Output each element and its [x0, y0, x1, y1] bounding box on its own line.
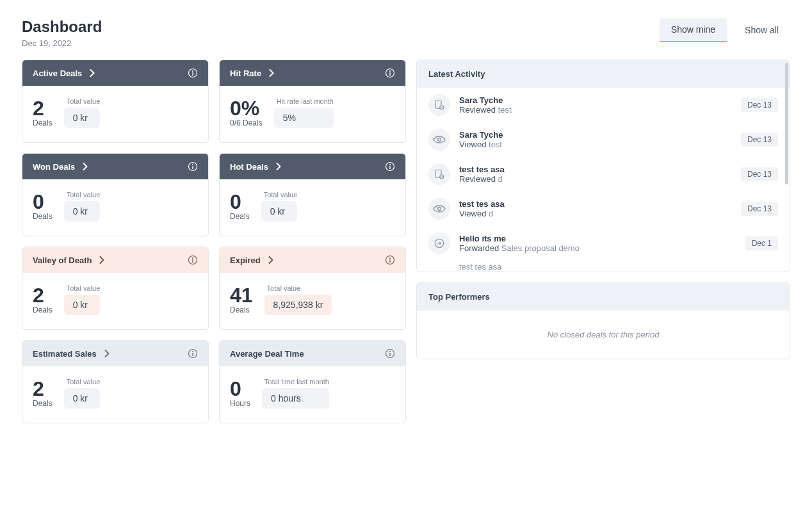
latest-activity-panel: Latest Activity Sara TycheReviewed testD…	[416, 60, 790, 272]
metric-unit: Deals	[33, 212, 53, 221]
card-title: Hot Deals	[230, 162, 268, 172]
activity-item[interactable]: Hello its meForwarded Sales proposal dem…	[417, 226, 790, 261]
info-icon[interactable]	[385, 348, 395, 359]
info-icon[interactable]	[188, 161, 198, 172]
value-label: Total time last month	[262, 378, 329, 386]
value-pill: 0 hours	[262, 388, 329, 409]
chevron-right-icon	[269, 69, 275, 77]
metric-unit: Deals	[230, 305, 250, 314]
value-pill: 0 kr	[64, 201, 101, 222]
card-hot-deals[interactable]: Hot Deals 0 Deals Total value 0 kr	[219, 153, 406, 236]
info-icon[interactable]	[188, 348, 198, 359]
metric-unit: Deals	[33, 399, 53, 408]
viewed-icon	[428, 129, 450, 150]
activity-what: Forwarded Sales proposal demo	[459, 243, 736, 253]
activity-item[interactable]: test tes asaReviewed dDec 13	[417, 157, 790, 191]
value-pill: 8,925,938 kr	[264, 295, 332, 315]
card-title: Average Deal Time	[230, 349, 304, 359]
card-hit-rate[interactable]: Hit Rate 0% 0/6 Deals Hit rate last mont…	[219, 60, 406, 143]
value-label: Total value	[64, 191, 101, 199]
svg-rect-27	[192, 353, 193, 356]
activity-what: Viewed test	[459, 140, 732, 149]
chevron-right-icon	[90, 69, 95, 77]
value-label: Total value	[264, 284, 332, 292]
activity-who: Hello its me	[459, 234, 736, 243]
svg-point-1	[192, 70, 193, 72]
metric-number: 2	[33, 98, 44, 118]
chevron-right-icon	[104, 350, 110, 357]
metric-number: 0	[33, 191, 44, 212]
activity-date: Dec 1	[745, 236, 778, 250]
card-active-deals[interactable]: Active Deals 2 Deals Total value 0 kr	[22, 60, 209, 143]
chevron-right-icon	[83, 163, 88, 170]
card-title: Active Deals	[33, 69, 82, 78]
metric-unit: Deals	[33, 305, 53, 314]
activity-what: Reviewed d	[459, 174, 732, 184]
svg-point-8	[438, 138, 441, 142]
info-icon[interactable]	[385, 68, 395, 78]
activity-what: Reviewed test	[459, 105, 732, 115]
card-title: Expired	[230, 256, 261, 265]
top-performers-panel: Top Performers No closed deals for this …	[416, 282, 790, 359]
viewed-icon	[428, 198, 450, 220]
svg-point-20	[192, 257, 193, 259]
card-expired[interactable]: Expired 41 Deals Total value 8,925,938 k…	[219, 247, 406, 330]
svg-rect-21	[192, 259, 193, 263]
metric-number: 41	[230, 285, 253, 305]
activity-date: Dec 13	[741, 133, 778, 147]
svg-rect-15	[192, 166, 193, 169]
reviewed-icon	[428, 94, 450, 116]
value-pill: 5%	[274, 108, 334, 128]
activity-who: Sara Tyche	[459, 130, 732, 140]
value-label: Total value	[261, 191, 298, 199]
activity-list[interactable]: Sara TycheReviewed testDec 13Sara TycheV…	[417, 88, 790, 272]
metric-unit: Deals	[33, 118, 53, 127]
tab-show-all[interactable]: Show all	[733, 18, 790, 42]
card-average-deal-time[interactable]: Average Deal Time 0 Hours Total time las…	[219, 340, 406, 423]
value-label: Total value	[64, 97, 101, 105]
activity-item[interactable]: Sara TycheReviewed testDec 13	[417, 88, 790, 122]
metric-unit: Hours	[230, 399, 250, 408]
info-icon[interactable]	[385, 255, 395, 265]
value-label: Total value	[64, 378, 101, 386]
activity-item[interactable]: Sara TycheViewed testDec 13	[417, 122, 790, 157]
value-label: Total value	[64, 284, 101, 292]
svg-point-11	[438, 207, 441, 211]
page-title: Dashboard	[22, 18, 102, 36]
page-date: Dec 19, 2022	[22, 38, 102, 48]
tab-show-mine[interactable]: Show mine	[660, 18, 727, 42]
svg-point-26	[192, 351, 193, 352]
chevron-right-icon	[99, 256, 105, 264]
chevron-right-icon	[268, 256, 274, 264]
dashboard-header: Dashboard Dec 19, 2022 Show mine Show al…	[22, 18, 790, 48]
card-estimated-sales[interactable]: Estimated Sales 2 Deals Total value 0 kr	[22, 340, 209, 423]
activity-cutoff: test tes asa	[417, 261, 790, 272]
card-title: Hit Rate	[230, 69, 261, 78]
activity-date: Dec 13	[741, 202, 778, 216]
forwarded-icon	[428, 232, 450, 254]
card-won-deals[interactable]: Won Deals 0 Deals Total value 0 kr	[22, 153, 209, 236]
activity-who: Sara Tyche	[459, 95, 732, 105]
svg-point-4	[389, 70, 391, 72]
info-icon[interactable]	[188, 255, 198, 265]
empty-state: No closed deals for this period	[417, 311, 790, 359]
metric-unit: Deals	[230, 212, 250, 221]
activity-item[interactable]: test tes asaViewed dDec 13	[417, 191, 790, 226]
info-icon[interactable]	[385, 161, 395, 172]
svg-point-17	[389, 164, 391, 165]
card-title: Valley of Death	[33, 256, 92, 265]
info-icon[interactable]	[188, 68, 198, 78]
svg-rect-18	[389, 166, 390, 169]
scrollbar[interactable]	[784, 60, 790, 272]
value-label: Hit rate last month	[274, 97, 334, 105]
metric-number: 0	[230, 191, 241, 212]
svg-rect-24	[389, 259, 390, 263]
metric-number: 0	[230, 378, 241, 399]
activity-who: test tes asa	[459, 199, 732, 209]
svg-rect-2	[192, 72, 193, 76]
svg-point-23	[389, 257, 391, 259]
view-tabs: Show mine Show all	[660, 18, 790, 42]
card-valley-of-death[interactable]: Valley of Death 2 Deals Total value 0 kr	[22, 247, 209, 330]
card-title: Estimated Sales	[33, 349, 97, 359]
metric-number: 2	[33, 285, 44, 305]
